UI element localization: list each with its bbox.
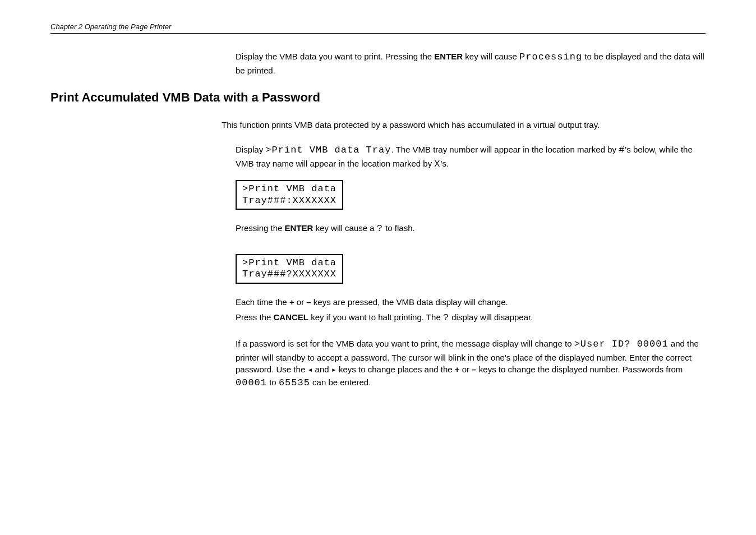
press-cancel-2: key if you want to halt printing. The (308, 312, 443, 322)
intro-text-2: key will cause (463, 52, 519, 61)
lead-text: This function prints VMB data protected … (222, 119, 706, 131)
lcd-box-2: >Print VMB data Tray###?XXXXXXX (236, 254, 343, 284)
lcd2-line2: Tray###?XXXXXXX (242, 269, 336, 279)
pw-from: 00001 (236, 377, 267, 388)
intro-paragraph: Display the VMB data you want to print. … (236, 50, 706, 76)
lcd-box-1: >Print VMB data Tray###:XXXXXXX (236, 180, 343, 210)
display-text-4: 's. (441, 159, 449, 168)
password-4: keys to change the displayed number. Pas… (477, 365, 683, 374)
cancel-key-label: CANCEL (274, 312, 309, 322)
press-cancel-3: display will disappear. (449, 312, 533, 322)
section-title: Print Accumulated VMB Data with a Passwo… (50, 90, 706, 105)
enter-key-label: ENTER (434, 52, 463, 61)
chapter-header: Chapter 2 Operating the Page Printer (50, 22, 706, 31)
step-display-block: Display >Print VMB data Tray. The VMB tr… (236, 144, 706, 390)
enter-key-label-2: ENTER (285, 223, 314, 233)
plus-key-2: + (455, 365, 460, 374)
header-rule (50, 33, 706, 34)
press-enter-3: to flash. (383, 223, 415, 233)
minus-key-2: – (472, 365, 476, 374)
lead-paragraph: This function prints VMB data protected … (222, 119, 706, 131)
press-cancel-1: Press the (236, 312, 274, 322)
press-enter-1: Pressing the (236, 223, 285, 233)
pw-to: 65535 (279, 377, 310, 388)
minus-key: – (306, 297, 311, 307)
intro-text-1: Display the VMB data you want to print. … (236, 52, 434, 61)
press-enter-2: key will cause a (313, 223, 376, 233)
x-symbol: X (434, 159, 440, 169)
each-time-2: or (294, 297, 307, 307)
display-text-2: . The VMB tray number will appear in the… (391, 145, 619, 154)
password-1: If a password is set for the VMB data yo… (236, 339, 574, 348)
each-time-3: keys are pressed, the VMB data display w… (311, 297, 508, 307)
password-or: or (460, 365, 472, 374)
question-symbol-2: ? (443, 312, 449, 323)
hash-symbol: # (619, 145, 625, 155)
lcd2-line1: >Print VMB data (242, 257, 336, 268)
display-text-1: Display (236, 145, 265, 154)
user-id-cmd: >User ID? 00001 (574, 339, 669, 349)
password-3: keys to change places and the (336, 365, 455, 374)
display-cmd: >Print VMB data Tray (265, 145, 391, 155)
each-time-1: Each time the (236, 297, 289, 307)
lcd1-line2: Tray###:XXXXXXX (242, 195, 336, 206)
password-and: and (312, 365, 331, 374)
password-5: can be entered. (310, 377, 371, 387)
processing-text: Processing (519, 52, 582, 62)
question-symbol: ? (377, 223, 383, 234)
plus-key: + (289, 297, 294, 307)
lcd1-line1: >Print VMB data (242, 183, 336, 194)
right-arrow-icon: ▸ (331, 365, 336, 375)
password-to: to (267, 377, 279, 387)
